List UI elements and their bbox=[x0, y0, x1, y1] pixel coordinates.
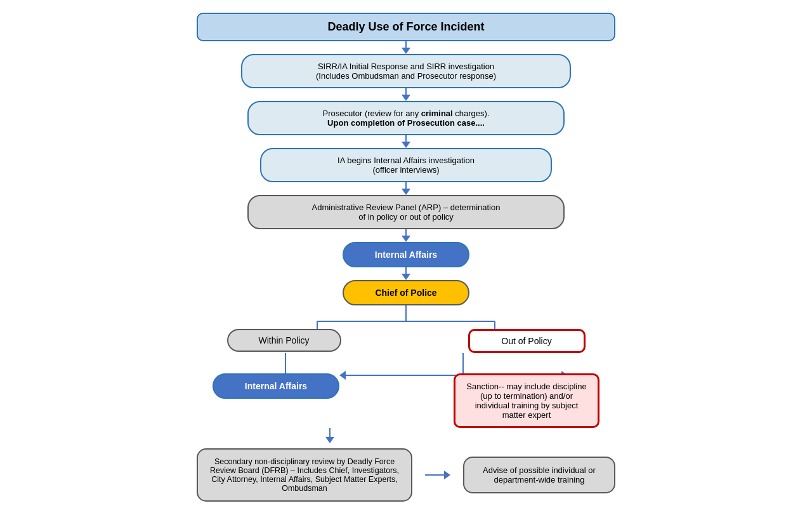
internal-affairs-top-box: Internal Affairs bbox=[343, 242, 469, 267]
connector-6 bbox=[402, 267, 410, 280]
internal-affairs-bottom-box: Internal Affairs bbox=[213, 373, 339, 399]
connector-3 bbox=[402, 135, 410, 148]
arrow-5 bbox=[402, 236, 410, 242]
prosecutor-box: Prosecutor (review for any criminal char… bbox=[247, 101, 565, 135]
chief-of-police-box: Chief of Police bbox=[343, 280, 469, 305]
within-policy-section: Within Policy bbox=[227, 329, 341, 352]
prosecutor-text-3: Upon completion of Prosecution case.... bbox=[327, 118, 485, 128]
prosecutor-text-bold: criminal bbox=[421, 109, 453, 118]
arrow-3 bbox=[402, 142, 410, 148]
connector-bottom bbox=[325, 428, 334, 443]
arp-box: Administrative Review Panel (ARP) – dete… bbox=[247, 195, 565, 229]
bottom-section: Secondary non-disciplinary review by Dea… bbox=[0, 448, 812, 502]
arp-text-1: Administrative Review Panel (ARP) – dete… bbox=[312, 203, 501, 212]
out-of-policy-box: Out of Policy bbox=[468, 329, 586, 353]
h-arrowhead bbox=[444, 471, 450, 479]
secondary-review-box: Secondary non-disciplinary review by Dea… bbox=[197, 448, 412, 502]
connector-2 bbox=[402, 88, 410, 101]
sanction-text: Sanction-- may include discipline (up to… bbox=[466, 382, 586, 420]
bottom-ia-row: Internal Affairs Sanction-- may include … bbox=[0, 373, 812, 428]
sirr-ia-text: SIRR/IA Initial Response and SIRR invest… bbox=[316, 62, 496, 81]
prosecutor-text-2: charges). bbox=[453, 109, 490, 118]
internal-affairs-bottom-text: Internal Affairs bbox=[245, 381, 307, 391]
h-line bbox=[425, 474, 444, 476]
out-of-policy-text: Out of Policy bbox=[501, 336, 551, 346]
title-text: Deadly Use of Force Incident bbox=[327, 20, 484, 33]
out-of-policy-section: Out of Policy bbox=[468, 329, 586, 353]
sirr-ia-box: SIRR/IA Initial Response and SIRR invest… bbox=[241, 54, 571, 88]
advise-text: Advise of possible individual or departm… bbox=[483, 465, 596, 485]
arp-text-2: of in policy or out of policy bbox=[358, 212, 454, 222]
chief-of-police-text: Chief of Police bbox=[375, 288, 436, 298]
diagram: Deadly Use of Force Incident SIRR/IA Ini… bbox=[0, 0, 812, 508]
branch-arrows bbox=[184, 305, 628, 329]
within-policy-box: Within Policy bbox=[227, 329, 341, 352]
within-policy-text: Within Policy bbox=[258, 335, 309, 345]
ia-begins-text: IA begins Internal Affairs investigation… bbox=[337, 156, 475, 175]
arrow-6 bbox=[402, 274, 410, 280]
sanction-box: Sanction-- may include discipline (up to… bbox=[454, 373, 599, 428]
connector-1 bbox=[402, 41, 410, 54]
horizontal-arrow bbox=[425, 471, 450, 479]
arrow-2 bbox=[402, 95, 410, 101]
arrow-4 bbox=[402, 189, 410, 195]
title-box: Deadly Use of Force Incident bbox=[197, 13, 615, 41]
internal-affairs-top-text: Internal Affairs bbox=[375, 250, 437, 260]
policy-row: Within Policy Out of Policy bbox=[0, 329, 812, 353]
bottom-ia-section: Internal Affairs bbox=[213, 373, 339, 399]
arrow-to-secondary bbox=[121, 428, 691, 443]
arrow-1 bbox=[402, 48, 410, 54]
prosecutor-text-1: Prosecutor (review for any bbox=[322, 109, 421, 118]
connector-5 bbox=[402, 229, 410, 242]
secondary-review-text: Secondary non-disciplinary review by Dea… bbox=[210, 457, 399, 493]
advise-box: Advise of possible individual or departm… bbox=[463, 457, 615, 493]
ia-begins-box: IA begins Internal Affairs investigation… bbox=[260, 148, 552, 182]
arrow-bottom bbox=[325, 437, 334, 443]
connector-4 bbox=[402, 182, 410, 195]
